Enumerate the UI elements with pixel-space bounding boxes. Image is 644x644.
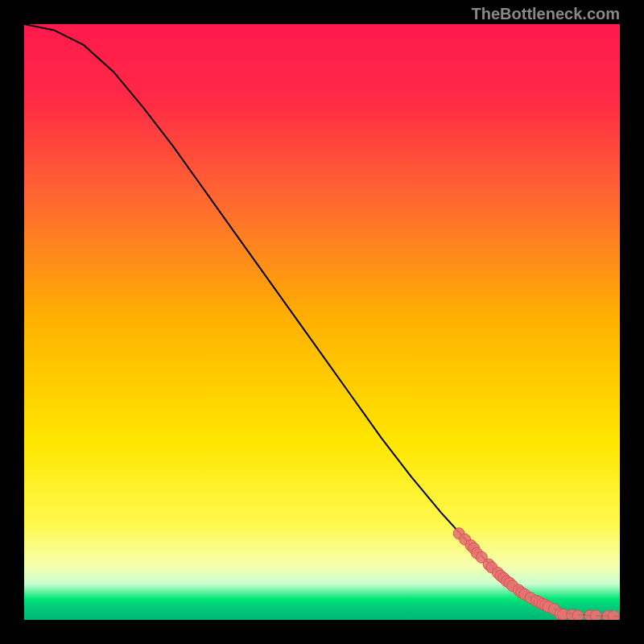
chart-svg (24, 24, 620, 620)
watermark-text: TheBottleneck.com (472, 5, 620, 23)
data-point (590, 610, 601, 620)
chart-frame: TheBottleneck.com (0, 0, 644, 644)
data-point (572, 610, 584, 620)
gradient-background (24, 24, 620, 620)
data-point (609, 611, 620, 620)
plot-area (24, 24, 620, 620)
